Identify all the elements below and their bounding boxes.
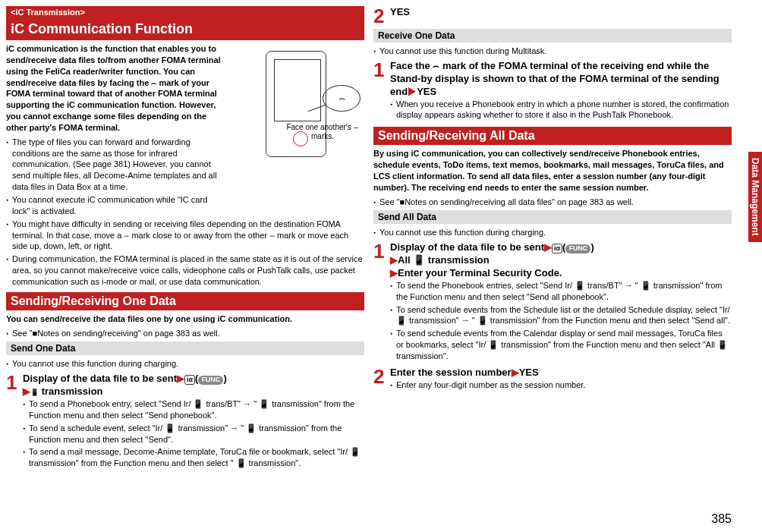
- section-all-data: Sending/Receiving All Data: [373, 127, 732, 145]
- receive-step-1: 1 Face the ⌢ mark of the FOMA terminal o…: [373, 60, 732, 122]
- all-data-intro: By using iC communication, you can colle…: [373, 148, 732, 193]
- arrow-icon: ▶: [177, 373, 184, 384]
- arrow-icon: ▶: [390, 254, 398, 266]
- page-number: 385: [711, 512, 732, 526]
- step-bullet: To send a schedule event, select "Ir/ 📱 …: [23, 423, 364, 445]
- send-all-step-2-bullets: Enter any four-digit number as the sessi…: [390, 379, 732, 391]
- send-all-header: Send All Data: [373, 210, 732, 224]
- step-bullet: To send a Phonebook entry, select "Send …: [23, 398, 364, 421]
- transmission-tag: <iC Transmission>: [6, 6, 364, 18]
- feature-bullets: The type of files you can forward and fo…: [6, 137, 364, 288]
- send-all-step-2-title: Enter the session number▶YES: [390, 367, 732, 379]
- step-2-title: YES: [390, 6, 732, 19]
- precondition-item: You cannot use this function during char…: [6, 358, 364, 370]
- section-one-data: Sending/Receiving One Data: [6, 292, 364, 310]
- step-1: 1 Display of the data file to be sent▶iα…: [6, 373, 364, 471]
- step-number-1: 1: [373, 60, 390, 122]
- bullet-item: You cannot execute iC communication whil…: [6, 194, 364, 217]
- i-alpha-icon: iα: [184, 375, 195, 385]
- func-button-icon: FUNC: [565, 244, 590, 253]
- step-bullet: To send schedule events from the Schedul…: [390, 304, 732, 327]
- receive-step-1-title: Face the ⌢ mark of the FOMA terminal of …: [390, 60, 732, 99]
- receive-step-bullets: When you receive a Phonebook entry in wh…: [390, 99, 732, 121]
- send-all-line1: Display of the data file to be sent: [390, 241, 544, 253]
- note-bullets: See "■Notes on sending/receiving" on pag…: [6, 328, 364, 339]
- all-data-note: See "■Notes on sending/receiving all dat…: [373, 197, 732, 208]
- step-number-2: 2: [373, 6, 390, 26]
- left-column: <iC Transmission> iC Communication Funct…: [6, 6, 364, 495]
- precondition: You cannot use this function during char…: [6, 358, 364, 370]
- step-number-1: 1: [6, 373, 23, 471]
- precondition-item: You cannot use this function during Mult…: [373, 46, 732, 57]
- send-all-line2: All 📱 transmission: [398, 254, 490, 266]
- step-bullet: To send a mail message, Decome-Anime tem…: [23, 446, 364, 469]
- main-title: iC Communication Function: [6, 18, 364, 40]
- func-button-icon: FUNC: [198, 376, 223, 385]
- note-item: See "■Notes on sending/receiving" on pag…: [6, 328, 364, 339]
- step-number-1: 1: [373, 241, 390, 364]
- precondition-item: You cannot use this function during char…: [373, 227, 732, 238]
- arrow-icon: ▶: [512, 367, 519, 378]
- send-all-step-1-title: Display of the data file to be sent▶iα(F…: [390, 241, 732, 280]
- arrow-icon: ▶: [23, 386, 30, 397]
- step-bullet: Enter any four-digit number as the sessi…: [390, 379, 732, 391]
- session-number-label: Enter the session number: [390, 367, 512, 378]
- receive-step-text: Face the ⌢ mark of the FOMA terminal of …: [390, 60, 719, 97]
- bullet-item: You might have difficulty in sending or …: [6, 219, 364, 253]
- bullet-item: The type of files you can forward and fo…: [6, 137, 364, 193]
- step-number-2: 2: [373, 367, 390, 392]
- send-all-step-1: 1 Display of the data file to be sent▶iα…: [373, 241, 732, 364]
- send-one-header: Send One Data: [6, 342, 364, 355]
- note-item: See "■Notes on sending/receiving all dat…: [373, 197, 732, 208]
- step-1-bullets: To send a Phonebook entry, select "Send …: [23, 398, 364, 469]
- receive-one-header: Receive One Data: [373, 29, 732, 42]
- bullet-item: During communication, the FOMA terminal …: [6, 253, 364, 288]
- precondition-r: You cannot use this function during Mult…: [373, 46, 732, 57]
- side-tab: Data Management: [748, 152, 762, 242]
- step-1-title: Display of the data file to be sent▶iα(F…: [23, 373, 364, 398]
- section-intro: You can send/receive the data files one …: [6, 313, 364, 325]
- arrow-icon: ▶: [390, 267, 398, 279]
- right-column: 2 YES Receive One Data You cannot use th…: [373, 6, 732, 495]
- send-all-step-2: 2 Enter the session number▶YES Enter any…: [373, 367, 732, 392]
- arrow-icon: ▶: [544, 241, 552, 253]
- step-1-label2: transmission: [42, 386, 103, 397]
- arrow-icon: ▶: [408, 86, 417, 97]
- step-1-label: Display of the data file to be sent: [23, 373, 177, 384]
- step-bullet: To send the Phonebook entries, select "S…: [390, 280, 732, 303]
- send-all-line3: Enter your Terminal Security Code.: [398, 267, 562, 279]
- yes-label: YES: [417, 86, 436, 97]
- precondition-s: You cannot use this function during char…: [373, 227, 732, 238]
- send-all-step-bullets: To send the Phonebook entries, select "S…: [390, 280, 732, 362]
- yes-label: YES: [519, 367, 539, 378]
- ic-icon: 📱: [30, 389, 39, 398]
- felica-mark-callout: ⌢: [323, 85, 361, 112]
- step-bullet: To send schedule events from the Calenda…: [390, 328, 732, 362]
- i-alpha-icon: iα: [552, 244, 562, 253]
- step-bullet: When you receive a Phonebook entry in wh…: [390, 99, 732, 121]
